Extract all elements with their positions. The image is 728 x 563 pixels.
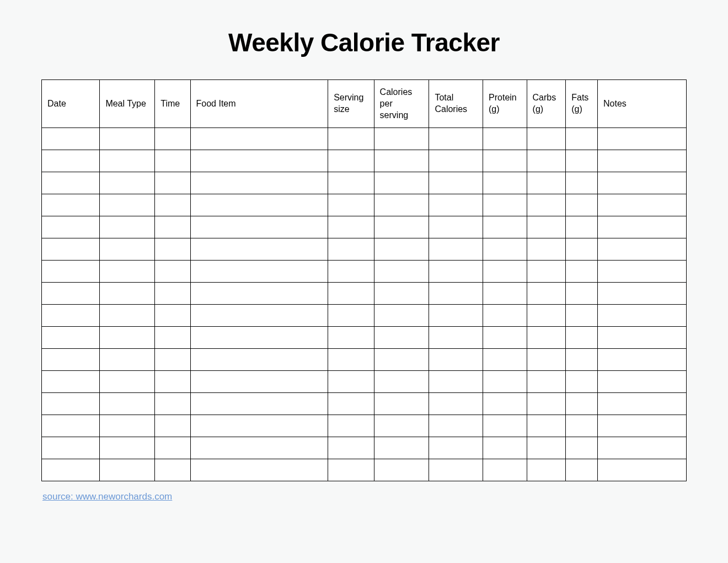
cell-protein xyxy=(483,283,527,305)
cell-food_item xyxy=(190,194,328,216)
cell-time xyxy=(155,415,190,437)
cell-meal_type xyxy=(100,437,155,459)
cell-protein xyxy=(483,238,527,261)
cell-meal_type xyxy=(100,393,155,415)
table-row xyxy=(42,261,687,283)
cell-calories_per_serving xyxy=(374,305,429,327)
cell-fats xyxy=(566,238,598,261)
cell-time xyxy=(155,150,190,172)
cell-serving_size xyxy=(328,415,374,437)
cell-notes xyxy=(598,238,687,261)
cell-calories_per_serving xyxy=(374,459,429,481)
cell-notes xyxy=(598,216,687,238)
cell-fats xyxy=(566,128,598,150)
cell-serving_size xyxy=(328,261,374,283)
cell-meal_type xyxy=(100,349,155,371)
cell-protein xyxy=(483,393,527,415)
table-row xyxy=(42,194,687,216)
cell-calories_per_serving xyxy=(374,216,429,238)
table-row xyxy=(42,238,687,261)
cell-meal_type xyxy=(100,194,155,216)
cell-date xyxy=(42,459,100,481)
page-title: Weekly Calorie Tracker xyxy=(41,28,687,57)
cell-protein xyxy=(483,305,527,327)
cell-fats xyxy=(566,437,598,459)
cell-food_item xyxy=(190,349,328,371)
col-header-serving-size: Serving size xyxy=(328,80,374,128)
cell-date xyxy=(42,128,100,150)
cell-calories_per_serving xyxy=(374,349,429,371)
cell-carbs xyxy=(527,371,566,393)
cell-meal_type xyxy=(100,327,155,349)
cell-date xyxy=(42,261,100,283)
cell-food_item xyxy=(190,238,328,261)
cell-carbs xyxy=(527,393,566,415)
cell-protein xyxy=(483,415,527,437)
table-row xyxy=(42,128,687,150)
cell-fats xyxy=(566,261,598,283)
cell-total_calories xyxy=(429,349,483,371)
calorie-tracker-table: Date Meal Type Time Food Item Serving si… xyxy=(41,79,687,481)
cell-food_item xyxy=(190,415,328,437)
cell-notes xyxy=(598,371,687,393)
cell-carbs xyxy=(527,415,566,437)
cell-fats xyxy=(566,459,598,481)
cell-notes xyxy=(598,459,687,481)
cell-food_item xyxy=(190,128,328,150)
col-header-protein: Protein (g) xyxy=(483,80,527,128)
cell-fats xyxy=(566,371,598,393)
cell-serving_size xyxy=(328,437,374,459)
table-row xyxy=(42,393,687,415)
cell-protein xyxy=(483,437,527,459)
cell-total_calories xyxy=(429,415,483,437)
source-link[interactable]: source: www.neworchards.com xyxy=(42,491,172,502)
cell-protein xyxy=(483,459,527,481)
cell-notes xyxy=(598,437,687,459)
cell-fats xyxy=(566,150,598,172)
cell-total_calories xyxy=(429,305,483,327)
cell-meal_type xyxy=(100,371,155,393)
cell-total_calories xyxy=(429,128,483,150)
col-header-carbs: Carbs (g) xyxy=(527,80,566,128)
cell-notes xyxy=(598,172,687,194)
cell-notes xyxy=(598,349,687,371)
cell-date xyxy=(42,437,100,459)
cell-serving_size xyxy=(328,238,374,261)
col-header-fats: Fats (g) xyxy=(566,80,598,128)
cell-date xyxy=(42,238,100,261)
cell-time xyxy=(155,459,190,481)
cell-carbs xyxy=(527,459,566,481)
cell-serving_size xyxy=(328,349,374,371)
col-header-calories-per-serving: Calories per serving xyxy=(374,80,429,128)
cell-protein xyxy=(483,216,527,238)
cell-date xyxy=(42,349,100,371)
cell-calories_per_serving xyxy=(374,172,429,194)
cell-time xyxy=(155,349,190,371)
cell-total_calories xyxy=(429,393,483,415)
cell-protein xyxy=(483,371,527,393)
cell-protein xyxy=(483,128,527,150)
table-row xyxy=(42,283,687,305)
cell-meal_type xyxy=(100,415,155,437)
cell-total_calories xyxy=(429,172,483,194)
cell-meal_type xyxy=(100,261,155,283)
cell-notes xyxy=(598,393,687,415)
cell-food_item xyxy=(190,393,328,415)
cell-notes xyxy=(598,327,687,349)
cell-total_calories xyxy=(429,371,483,393)
col-header-notes: Notes xyxy=(598,80,687,128)
cell-total_calories xyxy=(429,194,483,216)
cell-date xyxy=(42,283,100,305)
cell-date xyxy=(42,150,100,172)
cell-total_calories xyxy=(429,150,483,172)
cell-calories_per_serving xyxy=(374,437,429,459)
cell-total_calories xyxy=(429,437,483,459)
col-header-date: Date xyxy=(42,80,100,128)
cell-protein xyxy=(483,349,527,371)
cell-food_item xyxy=(190,261,328,283)
cell-total_calories xyxy=(429,327,483,349)
cell-time xyxy=(155,194,190,216)
table-row xyxy=(42,305,687,327)
table-row xyxy=(42,327,687,349)
cell-carbs xyxy=(527,216,566,238)
